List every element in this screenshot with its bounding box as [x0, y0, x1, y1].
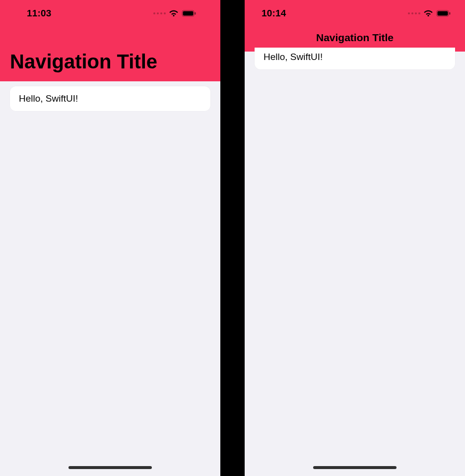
battery-icon: [182, 10, 197, 17]
cellular-icon: [153, 12, 166, 14]
svg-rect-2: [195, 12, 196, 15]
list-item-label: Hello, SwiftUI!: [264, 52, 323, 62]
svg-rect-5: [449, 12, 451, 15]
phone-inline-title: 10:14 Navigation Title Hello, SwiftUI!: [245, 0, 465, 476]
status-bar: 10:14: [245, 0, 465, 27]
wifi-icon: [423, 10, 433, 17]
navigation-title: Navigation Title: [316, 32, 394, 44]
home-indicator[interactable]: [68, 466, 152, 469]
home-indicator[interactable]: [313, 466, 397, 469]
status-right: [408, 10, 451, 17]
status-right: [153, 10, 197, 17]
list-item-label: Hello, SwiftUI!: [19, 93, 78, 104]
cellular-icon: [408, 12, 420, 14]
navigation-bar-inline: 10:14 Navigation Title: [245, 0, 465, 52]
status-time: 10:14: [262, 8, 286, 19]
phone-large-title: 11:03 Navigation Title Hello, SwiftUI!: [0, 0, 220, 476]
status-time: 11:03: [27, 8, 52, 19]
list[interactable]: Hello, SwiftUI!: [0, 81, 220, 111]
list-item[interactable]: Hello, SwiftUI!: [10, 86, 210, 111]
wifi-icon: [169, 10, 179, 17]
navigation-title: Navigation Title: [10, 27, 210, 74]
list-item[interactable]: Hello, SwiftUI!: [255, 48, 455, 69]
navigation-bar-large: 11:03 Navigation Title: [0, 0, 220, 81]
svg-rect-1: [183, 11, 194, 16]
svg-rect-4: [438, 11, 448, 16]
status-bar: 11:03: [10, 0, 210, 27]
battery-icon: [436, 10, 451, 17]
